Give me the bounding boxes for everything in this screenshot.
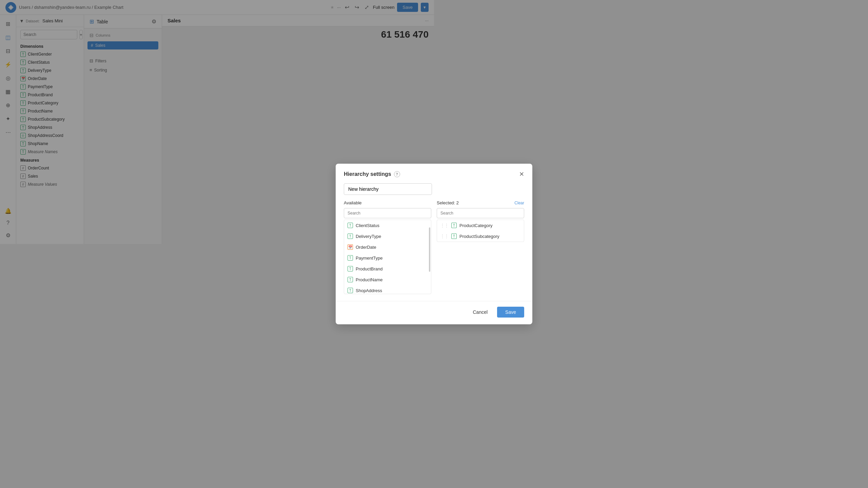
field-icon-text: T	[348, 223, 353, 228]
available-search-input[interactable]	[344, 208, 431, 218]
available-header: Available	[344, 200, 431, 205]
scrollbar	[429, 227, 430, 244]
available-section: Available T ClientStatus T DeliveryType	[344, 200, 431, 244]
field-icon-text: T	[348, 233, 353, 239]
modal-title-text: Hierarchy settings	[344, 171, 391, 177]
available-items-list: T ClientStatus T DeliveryType 📅 OrderDat…	[344, 220, 431, 244]
modal-title-area: Hierarchy settings ?	[344, 171, 400, 177]
modal-overlay: Hierarchy settings ? ✕ Available T Clien	[0, 0, 434, 244]
help-icon[interactable]: ?	[394, 171, 400, 177]
item-label: ClientStatus	[356, 223, 379, 228]
item-label: DeliveryType	[356, 234, 381, 239]
list-item[interactable]: T ClientStatus	[344, 220, 431, 231]
modal-lists: Available T ClientStatus T DeliveryType	[344, 200, 434, 244]
modal-header: Hierarchy settings ? ✕	[336, 164, 434, 183]
available-label: Available	[344, 200, 362, 205]
modal-body: Available T ClientStatus T DeliveryType	[336, 183, 434, 244]
hierarchy-name-input[interactable]	[344, 183, 432, 195]
hierarchy-settings-modal: Hierarchy settings ? ✕ Available T Clien	[336, 164, 434, 244]
list-item[interactable]: T DeliveryType	[344, 231, 431, 242]
list-item[interactable]: 📅 OrderDate	[344, 242, 431, 244]
